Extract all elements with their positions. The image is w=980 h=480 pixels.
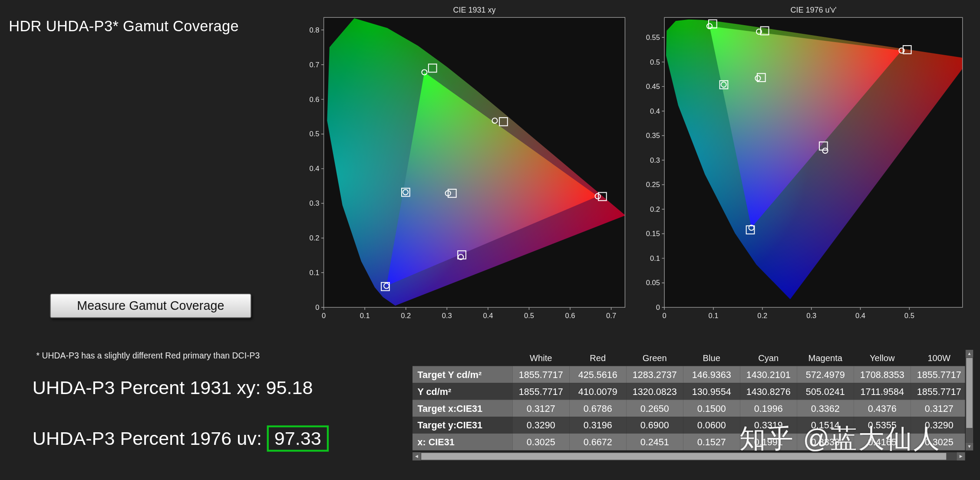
x-tick-label: 0.6: [565, 312, 575, 320]
y-tick-label: 0.5: [650, 58, 660, 66]
table-cell: 130.9554: [683, 383, 740, 400]
row-label: Target y:CIE31: [412, 417, 512, 434]
y-tick-label: 0.6: [310, 95, 320, 104]
x-tick-label: 0.2: [757, 312, 767, 320]
table-cell: 0.2650: [626, 400, 683, 417]
column-header-blue: Blue: [683, 350, 740, 366]
y-tick-label: 0.05: [646, 279, 660, 287]
table-cell: 0.3127: [512, 400, 569, 417]
table-header-row: WhiteRedGreenBlueCyanMagentaYellow100W: [412, 350, 965, 366]
row-label: Target x:CIE31: [412, 400, 512, 417]
table-cell: 1711.9584: [854, 383, 911, 400]
table-cell: 1855.7717: [911, 383, 965, 400]
x-tick-label: 0: [322, 312, 326, 320]
x-tick-label: 0.3: [442, 312, 452, 320]
y-tick-label: 0: [656, 303, 660, 312]
x-tick-label: 0.4: [855, 312, 865, 320]
y-tick-label: 0.4: [310, 164, 320, 173]
x-tick-label: 0.3: [806, 312, 816, 320]
highlight-box: 97.33: [267, 425, 329, 451]
x-tick-label: 0.1: [708, 312, 718, 320]
result-1976-label: UHDA-P3 Percent 1976 uv:: [33, 428, 262, 449]
y-tick-label: 0.15: [646, 230, 660, 238]
footnote-text: * UHDA-P3 has a slightly different Red p…: [36, 351, 260, 361]
table-cell: 0.2451: [626, 434, 683, 450]
y-tick-label: 0.35: [646, 132, 660, 140]
page-title: HDR UHDA-P3* Gamut Coverage: [9, 17, 239, 35]
y-tick-label: 0.4: [650, 107, 660, 115]
y-tick-label: 0.8: [310, 26, 320, 34]
table-cell: 572.4979: [797, 366, 854, 383]
table-cell: 0.0600: [683, 417, 740, 434]
column-header-yellow: Yellow: [854, 350, 911, 366]
table-cell: 0.1500: [683, 400, 740, 417]
vertical-scroll-thumb[interactable]: [966, 358, 972, 428]
table-cell: 0.3290: [512, 417, 569, 434]
table-cell: 410.0079: [569, 383, 626, 400]
cie-1931-chart: 00.10.20.30.40.50.60.700.10.20.30.40.50.…: [294, 4, 631, 329]
x-tick-label: 0: [662, 312, 666, 320]
scroll-up-arrow-icon[interactable]: ▲: [966, 350, 973, 357]
table-cell: 0.3127: [911, 400, 965, 417]
y-tick-label: 0.2: [650, 205, 660, 214]
column-header-cyan: Cyan: [740, 350, 797, 366]
chart-title: CIE 1976 u'v': [790, 6, 836, 14]
column-header-red: Red: [569, 350, 626, 366]
table-cell: 425.5616: [569, 366, 626, 383]
table-row: Target Y cd/m²1855.7717425.56161283.2737…: [412, 366, 965, 383]
row-label: x: CIE31: [412, 434, 512, 450]
x-tick-label: 0.4: [483, 312, 493, 320]
cie-1976-chart: 00.10.20.30.40.500.050.10.150.20.250.30.…: [634, 4, 977, 329]
table-cell: 1855.7717: [512, 366, 569, 383]
x-tick-label: 0.2: [401, 312, 411, 320]
table-cell: 0.6672: [569, 434, 626, 450]
y-tick-label: 0.45: [646, 82, 660, 91]
table-cell: 1283.2737: [626, 366, 683, 383]
y-tick-label: 0.2: [310, 234, 320, 242]
table-corner-cell: [412, 350, 512, 366]
scroll-left-arrow-icon[interactable]: ◄: [412, 452, 421, 460]
y-tick-label: 0.3: [650, 156, 660, 164]
y-tick-label: 0.1: [650, 254, 660, 263]
table-cell: 1708.8353: [854, 366, 911, 383]
x-tick-label: 0.5: [904, 312, 914, 320]
table-cell: 0.4376: [854, 400, 911, 417]
table-row: Y cd/m²1855.7717410.00791320.0823130.955…: [412, 383, 965, 400]
table-cell: 0.3362: [797, 400, 854, 417]
table-cell: 0.6900: [626, 417, 683, 434]
column-header-white: White: [512, 350, 569, 366]
table-cell: 0.6786: [569, 400, 626, 417]
table-cell: 0.3196: [569, 417, 626, 434]
column-header-magenta: Magenta: [797, 350, 854, 366]
scroll-right-arrow-icon[interactable]: ►: [957, 452, 965, 460]
result-1931-xy: UHDA-P3 Percent 1931 xy: 95.18: [33, 377, 313, 398]
y-tick-label: 0.25: [646, 181, 660, 189]
chart-title: CIE 1931 xy: [453, 6, 496, 14]
column-header-100w: 100W: [911, 350, 965, 366]
y-tick-label: 0.3: [310, 199, 320, 207]
x-tick-label: 0.5: [524, 312, 534, 320]
table-vertical-scrollbar[interactable]: ▲ ▼: [966, 350, 973, 450]
table-cell: 505.0241: [797, 383, 854, 400]
y-tick-label: 0: [315, 303, 319, 312]
column-header-green: Green: [626, 350, 683, 366]
y-tick-label: 0.1: [310, 269, 320, 277]
result-1976-value: 97.33: [274, 428, 321, 449]
table-cell: 1430.8276: [740, 383, 797, 400]
scroll-down-arrow-icon[interactable]: ▼: [966, 443, 973, 450]
measure-gamut-coverage-button[interactable]: Measure Gamut Coverage: [50, 294, 251, 318]
result-1976-uv: UHDA-P3 Percent 1976 uv:97.33: [33, 425, 329, 451]
x-tick-label: 0.7: [606, 312, 616, 320]
app-window: HDR UHDA-P3* Gamut Coverage 00.10.20.30.…: [0, 0, 980, 480]
table-cell: 0.1527: [683, 434, 740, 450]
table-cell: 1320.0823: [626, 383, 683, 400]
table-cell: 146.9363: [683, 366, 740, 383]
table-cell: 1855.7717: [512, 383, 569, 400]
table-cell: 1430.2101: [740, 366, 797, 383]
row-label: Target Y cd/m²: [412, 366, 512, 383]
y-tick-label: 0.7: [310, 61, 320, 69]
watermark-text: 知乎 @蓝大仙人: [739, 421, 941, 456]
x-tick-label: 0.1: [360, 312, 370, 320]
table-cell: 0.3025: [512, 434, 569, 450]
table-cell: 1855.7717: [911, 366, 965, 383]
